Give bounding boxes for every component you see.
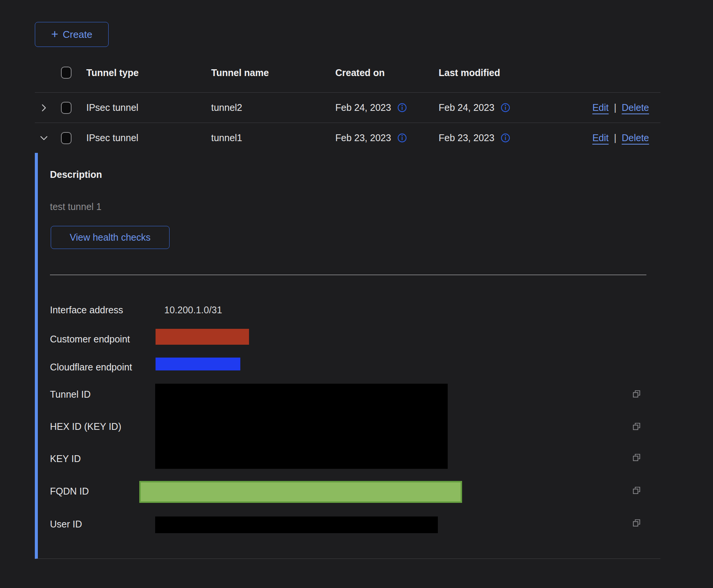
customer-endpoint-redaction <box>156 329 249 345</box>
info-icon[interactable] <box>397 133 407 143</box>
cell-created-on: Feb 24, 2023 <box>335 102 391 113</box>
copy-fqdn-id-button[interactable] <box>632 485 641 495</box>
copy-icon <box>632 518 641 528</box>
panel-divider <box>50 275 646 275</box>
collapse-toggle[interactable] <box>35 133 53 143</box>
chevron-down-icon <box>39 133 49 143</box>
header-last-modified: Last modified <box>439 67 583 78</box>
copy-tunnel-id-button[interactable] <box>632 389 641 399</box>
description-label: Description <box>50 169 102 180</box>
copy-icon <box>632 389 641 399</box>
table-header-row: Tunnel type Tunnel name Created on Last … <box>35 53 660 92</box>
cloudflare-endpoint-redaction <box>156 358 240 370</box>
copy-icon <box>632 453 641 462</box>
cell-tunnel-type: IPsec tunnel <box>86 132 211 143</box>
interface-address-value: 10.200.1.0/31 <box>164 304 222 316</box>
cell-last-modified: Feb 24, 2023 <box>439 102 494 113</box>
create-button[interactable]: + Create <box>35 22 109 47</box>
row-checkbox[interactable] <box>61 102 72 114</box>
header-tunnel-type: Tunnel type <box>86 67 211 78</box>
delete-link[interactable]: Delete <box>622 102 649 113</box>
tunnel-id-label: Tunnel ID <box>50 389 90 400</box>
chevron-right-icon <box>39 103 49 113</box>
header-created-on: Created on <box>335 67 439 78</box>
key-id-label: KEY ID <box>50 453 81 464</box>
delete-link[interactable]: Delete <box>622 132 649 143</box>
cloudflare-endpoint-label: Cloudflare endpoint <box>50 361 132 373</box>
fqdn-id-label: FQDN ID <box>50 485 89 497</box>
copy-key-id-button[interactable] <box>632 453 641 462</box>
copy-icon <box>632 485 641 495</box>
info-icon[interactable] <box>397 103 407 113</box>
actions-separator: | <box>614 102 616 113</box>
cell-created-on: Feb 23, 2023 <box>335 132 391 143</box>
cell-tunnel-name: tunnel1 <box>211 132 335 143</box>
copy-icon <box>632 422 641 431</box>
edit-link[interactable]: Edit <box>592 132 609 143</box>
description-value: test tunnel 1 <box>50 201 101 212</box>
table-row: IPsec tunnel tunnel2 Feb 24, 2023 Feb 24… <box>35 92 660 123</box>
plus-icon: + <box>51 28 58 40</box>
actions-separator: | <box>614 132 616 143</box>
customer-endpoint-label: Customer endpoint <box>50 333 130 345</box>
table-row: IPsec tunnel tunnel1 Feb 23, 2023 Feb 23… <box>35 123 660 153</box>
hex-id-label: HEX ID (KEY ID) <box>50 421 121 432</box>
tunnel-detail-panel: Description test tunnel 1 View health ch… <box>35 153 660 559</box>
cell-tunnel-name: tunnel2 <box>211 102 335 113</box>
user-id-redaction <box>155 516 438 533</box>
select-all-checkbox[interactable] <box>61 67 72 79</box>
row-checkbox[interactable] <box>61 132 72 144</box>
edit-link[interactable]: Edit <box>592 102 609 113</box>
fqdn-id-redaction <box>139 481 462 503</box>
header-tunnel-name: Tunnel name <box>211 67 335 78</box>
copy-hex-id-button[interactable] <box>632 422 641 431</box>
tunnel-table: Tunnel type Tunnel name Created on Last … <box>35 53 660 559</box>
copy-user-id-button[interactable] <box>632 518 641 528</box>
info-icon[interactable] <box>500 103 511 113</box>
expand-toggle[interactable] <box>35 103 53 113</box>
tunnels-page: + Create Tunnel type Tunnel name Created… <box>0 0 713 588</box>
cell-last-modified: Feb 23, 2023 <box>439 132 494 143</box>
cell-tunnel-type: IPsec tunnel <box>86 102 211 113</box>
interface-address-label: Interface address <box>50 304 123 316</box>
user-id-label: User ID <box>50 518 82 530</box>
ids-redaction <box>155 384 448 469</box>
info-icon[interactable] <box>500 133 511 143</box>
view-health-checks-button[interactable]: View health checks <box>51 226 170 249</box>
create-button-label: Create <box>63 29 92 40</box>
